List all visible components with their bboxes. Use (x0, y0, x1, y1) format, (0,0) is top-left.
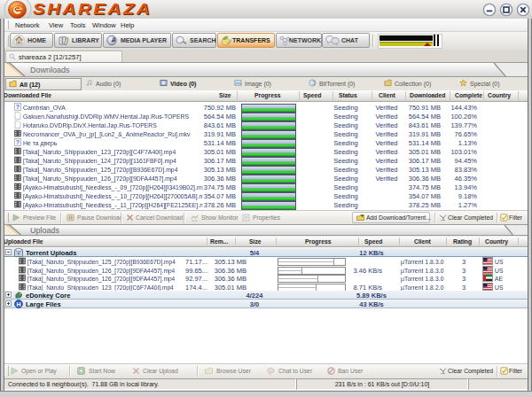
svg-text:?: ? (16, 139, 20, 145)
svg-text:H: H (16, 301, 20, 307)
svg-text:?: ? (16, 104, 20, 110)
